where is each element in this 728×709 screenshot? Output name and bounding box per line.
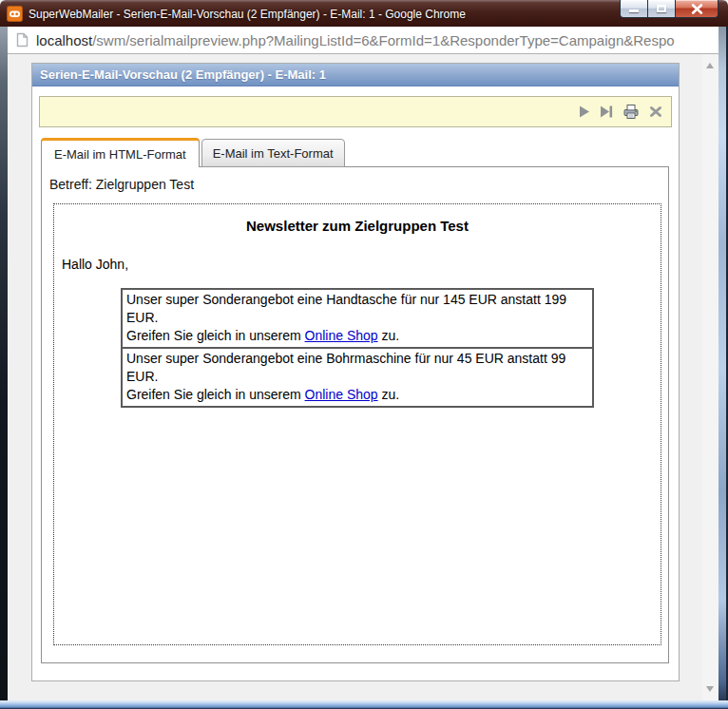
subject-line: Betreff: Zielgruppen Test (42, 167, 668, 192)
close-preview-button[interactable] (649, 105, 662, 118)
maximize-icon (657, 5, 666, 12)
minimize-button[interactable] (620, 0, 648, 18)
window-border-left (0, 27, 8, 709)
preview-toolbar (39, 96, 672, 127)
tab-text-format[interactable]: E-Mail im Text-Format (201, 139, 345, 167)
online-shop-link[interactable]: Online Shop (305, 328, 378, 343)
newsletter-title: Newsletter zum Zielgruppen Test (54, 218, 661, 234)
vertical-scrollbar[interactable] (702, 54, 718, 700)
print-icon (623, 104, 640, 120)
minimize-icon (629, 10, 639, 12)
offer-line2: Greifen Sie gleich in unserem Online Sho… (126, 386, 588, 404)
url-host: localhost (36, 32, 92, 48)
offer-line1: Unser super Sonderangebot eine Bohrmasch… (126, 350, 588, 386)
window-titlebar: SuperWebMailer - Serien-E-Mail-Vorschau … (0, 0, 728, 27)
offer-cell: Unser super Sonderangebot eine Handtasch… (122, 289, 593, 348)
app-icon (7, 6, 23, 22)
page-content: Serien-E-Mail-Vorschau (2 Empfänger) - E… (8, 54, 718, 700)
next-email-button[interactable] (578, 105, 590, 119)
window-border-right (718, 27, 728, 709)
offer-cell: Unser super Sonderangebot eine Bohrmasch… (122, 348, 593, 407)
offers-table: Unser super Sonderangebot eine Handtasch… (121, 288, 594, 408)
scroll-up-icon[interactable] (706, 63, 714, 68)
format-tabs: E-Mail im HTML-Format E-Mail im Text-For… (41, 138, 345, 167)
close-preview-icon (649, 105, 662, 118)
close-button[interactable] (675, 0, 718, 18)
offer-row: Unser super Sonderangebot eine Bohrmasch… (122, 348, 593, 407)
url-path: /swm/serialmailpreview.php?MailingListId… (92, 32, 674, 48)
email-preview: Newsletter zum Zielgruppen Test Hallo Jo… (53, 203, 661, 645)
window-border-bottom (0, 700, 728, 709)
address-bar[interactable]: localhost/swm/serialmailpreview.php?Mail… (8, 27, 718, 54)
url-text: localhost/swm/serialmailpreview.php?Mail… (36, 32, 675, 48)
offer-line1: Unser super Sonderangebot eine Handtasch… (126, 291, 588, 327)
close-icon (691, 4, 703, 14)
print-button[interactable] (623, 104, 640, 120)
offer-row: Unser super Sonderangebot eine Handtasch… (122, 289, 593, 348)
tab-html-format[interactable]: E-Mail im HTML-Format (41, 138, 200, 167)
preview-header: Serien-E-Mail-Vorschau (2 Empfänger) - E… (32, 64, 679, 86)
next-email-icon (578, 105, 590, 119)
offer-line2: Greifen Sie gleich in unserem Online Sho… (126, 327, 588, 345)
maximize-button[interactable] (647, 0, 676, 18)
tab-panel: Betreff: Zielgruppen Test Newsletter zum… (41, 166, 669, 663)
scroll-down-icon[interactable] (706, 686, 714, 692)
newsletter-greeting: Hallo John, (62, 257, 661, 272)
preview-widget: Serien-E-Mail-Vorschau (2 Empfänger) - E… (31, 63, 680, 681)
last-email-icon (600, 105, 613, 119)
window-controls (620, 0, 718, 18)
online-shop-link[interactable]: Online Shop (305, 387, 378, 402)
last-email-button[interactable] (600, 105, 613, 119)
page-icon (16, 32, 29, 48)
